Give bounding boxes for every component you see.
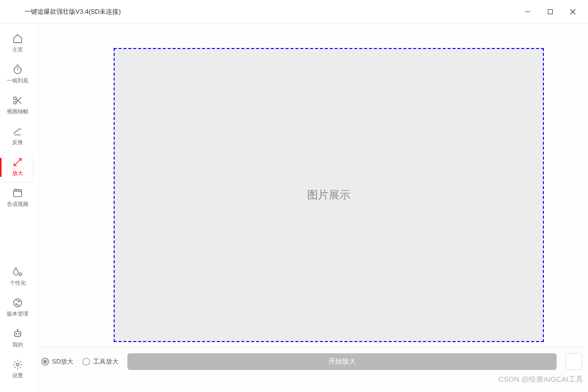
start-enlarge-button[interactable]: 开始放大 <box>127 353 557 370</box>
titlebar: 一键追爆款强壮版V3.4(SD未连接) <box>0 0 588 24</box>
maximize-icon <box>547 9 553 15</box>
scribble-icon <box>12 126 23 137</box>
sidebar-item-oneshot[interactable]: 一镜到底 <box>3 60 32 89</box>
home-icon <box>12 33 23 44</box>
svg-point-15 <box>14 299 22 307</box>
scissors-icon <box>12 95 23 106</box>
svg-line-13 <box>18 190 19 192</box>
radio-tool-enlarge[interactable]: 工具放大 <box>82 357 119 366</box>
timer-icon <box>12 64 23 75</box>
sidebar-item-mine[interactable]: 我的 <box>3 324 32 353</box>
radio-icon <box>82 358 90 366</box>
sidebar-top: 主页 一镜到底 视频抽帧 反推 <box>0 29 35 215</box>
refresh-icon <box>12 297 23 308</box>
radio-sd-enlarge[interactable]: SD放大 <box>41 357 74 366</box>
sidebar-item-label: 放大 <box>12 170 23 177</box>
sidebar-item-extract[interactable]: 视频抽帧 <box>3 91 32 120</box>
svg-line-12 <box>16 190 16 192</box>
sidebar-item-label: 版本管理 <box>7 310 28 318</box>
content-area: 图片展示 SD放大 工具放大 开始放大 <box>35 24 588 392</box>
radio-label: SD放大 <box>52 357 74 366</box>
dropzone-text: 图片展示 <box>307 188 350 202</box>
sidebar-item-label: 我的 <box>12 341 23 348</box>
clapper-icon <box>12 188 23 198</box>
svg-point-18 <box>19 333 20 334</box>
enlarge-mode-radio-group: SD放大 工具放大 <box>41 357 119 366</box>
sidebar-bottom: 个性化 版本管理 我的 设置 <box>0 263 35 386</box>
sidebar-item-label: 视频抽帧 <box>7 108 28 115</box>
sidebar-item-label: 一镜到底 <box>7 77 28 84</box>
svg-point-14 <box>19 273 22 276</box>
sidebar-item-label: 合成视频 <box>7 200 28 208</box>
extra-action-button[interactable] <box>565 353 582 370</box>
gear-icon <box>12 359 23 370</box>
svg-rect-1 <box>548 9 553 14</box>
robot-icon <box>12 328 23 339</box>
sidebar-item-reverse[interactable]: 反推 <box>3 122 32 151</box>
sidebar-item-home[interactable]: 主页 <box>3 29 32 58</box>
sidebar-item-settings[interactable]: 设置 <box>3 355 32 384</box>
sidebar-item-label: 反推 <box>12 139 23 146</box>
maximize-button[interactable] <box>539 4 562 20</box>
image-dropzone[interactable]: 图片展示 <box>114 48 544 342</box>
minimize-icon <box>525 9 531 15</box>
sidebar-item-version[interactable]: 版本管理 <box>3 294 32 322</box>
drop-icon <box>12 267 23 277</box>
window-title: 一键追爆款强壮版V3.4(SD未连接) <box>24 7 121 16</box>
sidebar-item-label: 个性化 <box>10 279 26 287</box>
expand-icon <box>12 157 23 168</box>
radio-label: 工具放大 <box>93 357 119 366</box>
svg-point-21 <box>16 363 19 366</box>
svg-point-17 <box>16 333 17 334</box>
sidebar-item-compose[interactable]: 合成视频 <box>3 184 32 213</box>
window-controls <box>516 4 584 20</box>
minimize-button[interactable] <box>516 4 539 20</box>
close-button[interactable] <box>562 4 584 20</box>
main-layout: 主页 一镜到底 视频抽帧 反推 <box>0 24 588 392</box>
sidebar: 主页 一镜到底 视频抽帧 反推 <box>0 24 35 392</box>
sidebar-item-label: 设置 <box>12 372 23 379</box>
bottom-bar: SD放大 工具放大 开始放大 <box>41 347 582 377</box>
radio-icon <box>41 358 49 366</box>
sidebar-item-personalize[interactable]: 个性化 <box>3 263 32 292</box>
close-icon <box>570 9 576 15</box>
svg-rect-16 <box>15 331 21 336</box>
sidebar-item-enlarge[interactable]: 放大 <box>3 153 32 182</box>
svg-rect-11 <box>14 191 22 196</box>
sidebar-item-label: 主页 <box>12 46 23 53</box>
